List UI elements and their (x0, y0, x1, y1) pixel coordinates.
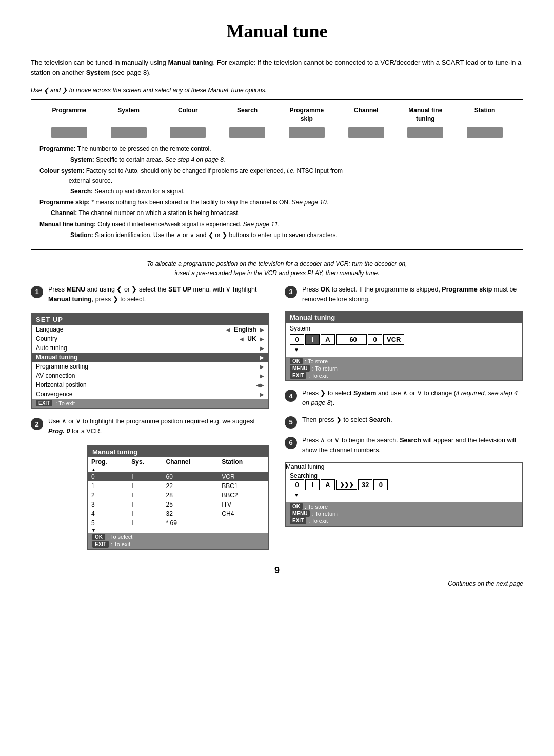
col-station: Station (455, 107, 515, 123)
country-label: Country (36, 335, 240, 342)
step-2-number: 2 (31, 418, 43, 430)
auto-tuning-label: Auto tuning (36, 344, 260, 352)
step-1-content: Press MENU and using ❮ or ❯ select the S… (48, 285, 269, 304)
manual-tuning-footer: OK : To select EXIT : To exit (88, 533, 268, 549)
setup-row-programme-sorting: Programme sorting ▶ (32, 362, 268, 371)
table-row-ch4: 4I32CH4 (88, 509, 268, 518)
side-note: DifferentChannelnumbersmay bedisplayed (0, 445, 28, 485)
step-3-number: 3 (285, 286, 297, 298)
auto-tuning-arrow: ▶ (260, 345, 264, 351)
table-row-itv: 3I25ITV (88, 500, 268, 509)
intro-text: The television can be tuned-in manually … (31, 57, 523, 77)
btn-programme (51, 127, 87, 138)
exit-key-2: EXIT (92, 541, 109, 548)
search-footer-exit: EXIT : To exit (290, 517, 518, 524)
search-cell-I: I (305, 479, 320, 490)
setup-row-convergence: Convergence ▶ (32, 390, 268, 399)
country-value: UK (246, 335, 258, 342)
language-left-arrow: ◀ (226, 327, 230, 333)
col-search: Search (217, 107, 277, 123)
vcr-cell-60: 60 (336, 334, 367, 345)
table-row-arrow-down: ▼ (88, 528, 268, 533)
channel-60: 60 (163, 472, 219, 481)
horizontal-position-label: Horizontal position (36, 381, 256, 389)
step-3-content: Press OK to select. If the programme is … (302, 285, 523, 304)
continues-note: Continues on the next page (31, 580, 523, 587)
av-connection-label: AV connection (36, 372, 260, 379)
col-colour: Colour (159, 107, 218, 123)
left-column: 1 Press MENU and using ❮ or ❯ select the… (31, 285, 269, 550)
allocate-note: To allocate a programme position on the … (31, 259, 523, 278)
btn-manual-fine (407, 127, 443, 138)
exit-label: : To exit (55, 400, 75, 406)
vcr-footer-ok: OK : To store (290, 358, 518, 364)
vcr-cell-A: A (321, 334, 335, 345)
setup-row-manual-tuning: Manual tuning ▶ (32, 353, 268, 362)
step-6-number: 6 (285, 437, 297, 449)
language-right-arrow: ▶ (260, 327, 264, 333)
vcr-footer-exit: EXIT : To exit (290, 372, 518, 379)
table-row: ▲ (88, 467, 268, 472)
step-4-content: Press ❯ to select System and use ∧ or ∨ … (302, 389, 523, 408)
search-exit-label: : To exit (308, 518, 328, 524)
search-ok-key: OK (290, 503, 303, 510)
programme-sorting-arrow: ▶ (260, 364, 264, 370)
footer-exit-row: EXIT : To exit (92, 541, 264, 548)
step-5-content: Then press ❯ to select Search. (302, 415, 523, 425)
col-programme-skip: Programmeskip (277, 107, 337, 123)
search-cell-0: 0 (290, 479, 304, 490)
setup-box: SET UP Language ◀ English ▶ Country ◀ UK… (31, 313, 269, 409)
table-row-bbc1: 1I22BBC1 (88, 481, 268, 491)
country-right-arrow: ▶ (260, 336, 264, 342)
convergence-label: Convergence (36, 391, 260, 398)
vcr-exit-label: : To exit (308, 373, 328, 379)
two-col-layout: 1 Press MENU and using ❮ or ❯ select the… (31, 285, 523, 550)
step-1-block: 1 Press MENU and using ❮ or ❯ select the… (31, 285, 269, 304)
language-label: Language (36, 326, 226, 333)
col-sys: Sys. (128, 457, 163, 467)
ok-label: : To select (107, 534, 132, 540)
system-label: System (290, 325, 518, 332)
table-row-5: 5I* 69 (88, 518, 268, 528)
setup-row-country: Country ◀ UK ▶ (32, 334, 268, 343)
searching-content: Searching 0 I A ❯❯❯ 32 0 ▼ (286, 470, 522, 502)
col-station: Station (219, 457, 268, 467)
step-4-number: 4 (285, 390, 297, 402)
language-value: English (232, 326, 258, 333)
page-title: Manual tune (31, 21, 523, 42)
search-menu-label: : To return (312, 511, 337, 517)
col-manual-fine: Manual finetuning (396, 107, 456, 123)
prog-0: 0 (88, 472, 128, 481)
setup-row-av-connection: AV connection ▶ (32, 371, 268, 380)
vcr-exit-key: EXIT (290, 372, 306, 379)
ok-key: OK (92, 534, 105, 540)
step-3-block: 3 Press OK to select. If the programme i… (285, 285, 523, 304)
vcr-box: Manual tuning System 0 I A 60 0 VCR ▼ OK… (285, 311, 523, 381)
vcr-down-arrow: ▼ (290, 347, 518, 353)
vcr-cell-0b: 0 (368, 334, 382, 345)
country-left-arrow: ◀ (240, 336, 244, 342)
setup-row-language: Language ◀ English ▶ (32, 325, 268, 334)
search-display: 0 I A ❯❯❯ 32 0 (290, 479, 518, 490)
searching-label: Searching (290, 472, 518, 479)
vcr-footer-menu: MENU : To return (290, 365, 518, 372)
btn-station (467, 127, 503, 138)
search-menu-key: MENU (290, 510, 310, 517)
convergence-arrow: ▶ (260, 392, 264, 397)
setup-footer: EXIT : To exit (32, 399, 268, 408)
vcr-box-title: Manual tuning (286, 312, 522, 323)
search-ok-label: : To store (305, 503, 328, 510)
vcr-cell-0: 0 (290, 334, 304, 345)
exit-key: EXIT (36, 400, 52, 406)
av-connection-arrow: ▶ (260, 373, 264, 379)
search-cell-A: A (321, 479, 335, 490)
vcr-box-content: System 0 I A 60 0 VCR ▼ (286, 323, 522, 357)
search-down-arrow: ▼ (290, 492, 518, 498)
step-5-number: 5 (285, 416, 297, 429)
instruction-note: Use ❮ and ❯ to move across the screen an… (31, 87, 523, 94)
btn-colour (170, 127, 206, 138)
searching-title: Manual tuning (286, 463, 522, 470)
step-5-block: 5 Then press ❯ to select Search. (285, 415, 523, 429)
step-2-content: Use ∧ or ∨ to highlight the programme po… (48, 417, 269, 436)
col-system: System (99, 107, 159, 123)
